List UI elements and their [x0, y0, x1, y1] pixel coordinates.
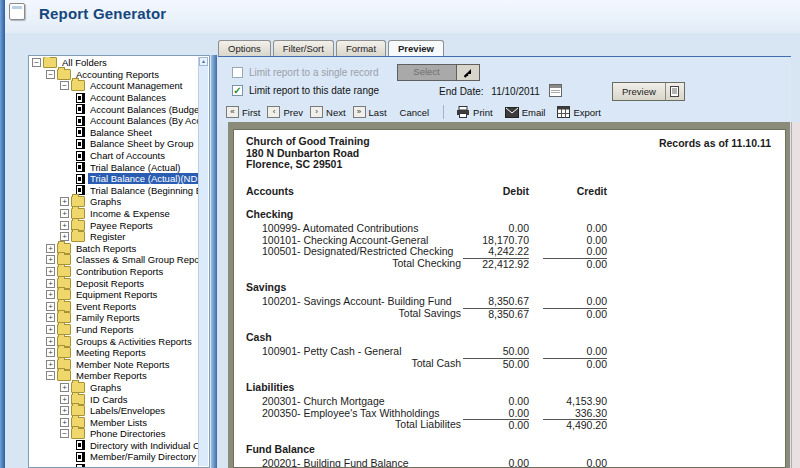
tree-item[interactable]: + Groups & Activities Reports: [29, 335, 199, 347]
cancel-button[interactable]: Cancel: [400, 107, 430, 118]
single-record-checkbox[interactable]: [232, 67, 243, 78]
tree-item-label: Member/Family Directory - 1 Line: [88, 451, 199, 462]
tree-item[interactable]: + Income & Expense: [29, 208, 199, 220]
tree-expander-icon[interactable]: +: [46, 302, 55, 311]
tree-item[interactable]: − Member Reports: [29, 370, 199, 382]
tree-item[interactable]: Trial Balance (Beginning Balance: [29, 185, 199, 197]
tree-item[interactable]: Account Balances: [29, 92, 199, 104]
tree-item[interactable]: Directory with Individual Contact: [29, 440, 199, 452]
tree-expander-icon[interactable]: −: [46, 70, 55, 79]
tree-expander-icon[interactable]: +: [46, 290, 55, 299]
tree-item[interactable]: + Graphs: [29, 382, 199, 394]
tree-item[interactable]: + Classes & Small Group Reports: [29, 254, 199, 266]
end-date-label: End Date:: [439, 86, 483, 97]
window-left-border: [0, 0, 5, 468]
section-name: Checking: [246, 208, 773, 220]
tree-item[interactable]: + Contribution Reports: [29, 266, 199, 278]
tree-expander-icon[interactable]: +: [60, 221, 69, 230]
credit-value: 0.00: [529, 258, 607, 271]
tree-item[interactable]: + Meeting Reports: [29, 347, 199, 359]
tab-options[interactable]: Options: [218, 40, 271, 56]
first-page-button[interactable]: « First: [226, 106, 260, 118]
tree-expander-icon[interactable]: +: [46, 244, 55, 253]
tree-item[interactable]: [29, 463, 199, 467]
tab-filter-sort[interactable]: Filter/Sort: [273, 40, 334, 56]
tree-item[interactable]: + ID Cards: [29, 393, 199, 405]
tree-item[interactable]: + Member Note Reports: [29, 358, 199, 370]
tree-expander-icon[interactable]: +: [46, 267, 55, 276]
credit-value: 0.00: [529, 246, 607, 258]
tree-item[interactable]: + Deposit Reports: [29, 277, 199, 289]
tree-item[interactable]: Account Balances (Budget): [29, 103, 199, 115]
tree-item[interactable]: − Accounting Reports: [29, 69, 199, 81]
report-doc-icon: [76, 151, 85, 161]
last-page-button[interactable]: » Last: [353, 106, 387, 118]
export-button[interactable]: Export: [557, 106, 600, 118]
tree-item[interactable]: + Register: [29, 231, 199, 243]
tree-item[interactable]: + Batch Reports: [29, 243, 199, 255]
debit-value: 22,412.92: [461, 258, 529, 271]
tree-item-label: Fund Reports: [74, 324, 136, 335]
next-icon: ›: [310, 106, 323, 118]
tree-item-label: Batch Reports: [74, 243, 138, 254]
debit-value: 4,242.22: [461, 246, 529, 258]
tree-item[interactable]: Chart of Accounts: [29, 150, 199, 162]
tree-item[interactable]: Balance Sheet by Group: [29, 138, 199, 150]
tree-expander-icon[interactable]: +: [46, 313, 55, 322]
tree-item[interactable]: + Equipment Reports: [29, 289, 199, 301]
tree-expander-icon[interactable]: +: [46, 325, 55, 334]
tree-expander-icon[interactable]: +: [60, 197, 69, 206]
tree-item[interactable]: + Graphs: [29, 196, 199, 208]
tree-item[interactable]: + Labels/Envelopes: [29, 405, 199, 417]
select-button[interactable]: Select: [398, 65, 456, 80]
tree-item[interactable]: + Family Reports: [29, 312, 199, 324]
email-button[interactable]: Email: [505, 107, 546, 118]
tree-expander-icon[interactable]: +: [46, 279, 55, 288]
tree-item[interactable]: − Phone Directories: [29, 428, 199, 440]
tree-expander-icon[interactable]: +: [46, 255, 55, 264]
calendar-icon[interactable]: [549, 84, 562, 97]
prev-icon: ‹: [267, 106, 280, 118]
tree-expander-icon[interactable]: −: [60, 429, 69, 438]
tree-item[interactable]: + Member Lists: [29, 416, 199, 428]
tab-preview[interactable]: Preview: [388, 40, 444, 56]
tree-item-label: Account Balances (Budget): [88, 104, 199, 115]
next-page-button[interactable]: › Next: [310, 106, 346, 118]
prev-page-button[interactable]: ‹ Prev: [267, 106, 303, 118]
tree-item[interactable]: − All Folders: [29, 57, 199, 69]
end-date-value[interactable]: 11/10/2011: [491, 86, 540, 97]
tree-item[interactable]: Trial Balance (Actual)(ND YEAR: [29, 173, 199, 185]
tree-item[interactable]: + Fund Reports: [29, 324, 199, 336]
tree-item[interactable]: Balance Sheet: [29, 127, 199, 139]
window-scrollbar-track[interactable]: [791, 122, 800, 468]
preview-button[interactable]: Preview: [612, 82, 685, 101]
tree-item[interactable]: + Payee Reports: [29, 219, 199, 231]
tree-item-label: Groups & Activities Reports: [74, 336, 194, 347]
tree-item[interactable]: Trial Balance (Actual): [29, 161, 199, 173]
export-grid-icon: [557, 106, 570, 118]
tree-item[interactable]: Member/Family Directory - 1 Line: [29, 451, 199, 463]
tree-expander-icon[interactable]: −: [46, 371, 55, 380]
tree-item[interactable]: Account Balances (By Account Ty: [29, 115, 199, 127]
tab-format[interactable]: Format: [336, 40, 386, 56]
tree-expander-icon[interactable]: +: [60, 383, 69, 392]
tree-expander-icon[interactable]: −: [60, 81, 69, 90]
tree-expander-icon[interactable]: +: [60, 418, 69, 427]
tree-expander-icon[interactable]: +: [60, 406, 69, 415]
tree-item[interactable]: − Account Management: [29, 80, 199, 92]
tree-item[interactable]: + Event Reports: [29, 300, 199, 312]
date-range-checkbox[interactable]: ✓: [232, 85, 243, 96]
print-button[interactable]: Print: [456, 106, 493, 118]
tree-scrollbar[interactable]: ▲: [198, 57, 208, 466]
tree-expander-icon[interactable]: +: [46, 360, 55, 369]
tree-expander-icon[interactable]: +: [60, 395, 69, 404]
scroll-up-icon[interactable]: ▲: [199, 57, 208, 66]
tree-expander-icon[interactable]: +: [46, 337, 55, 346]
record-picker-button[interactable]: [456, 65, 479, 80]
tree-expander-icon[interactable]: +: [60, 209, 69, 218]
tree-expander-icon[interactable]: +: [46, 348, 55, 357]
tree-expander-icon[interactable]: −: [32, 58, 41, 67]
preview-controls-panel: Limit report to a single record Select ✓…: [218, 56, 791, 123]
tree-item-label: Accounting Reports: [74, 69, 161, 80]
tree-item-label: Classes & Small Group Reports: [74, 254, 199, 265]
